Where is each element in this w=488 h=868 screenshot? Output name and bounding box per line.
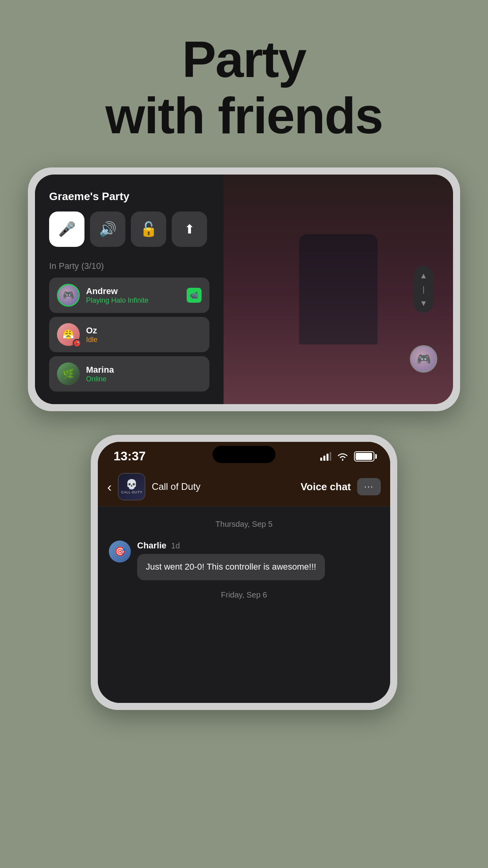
volume-control: ▲ | ▼: [414, 266, 433, 313]
speaker-icon: 🔊: [99, 221, 117, 237]
voice-chat-button[interactable]: Voice chat: [301, 481, 351, 493]
svg-rect-2: [327, 454, 328, 461]
ellipsis-icon: ···: [364, 482, 374, 492]
party-controls: 🎤 🔊 🔓 ⬆: [49, 211, 209, 247]
status-icons: [320, 451, 374, 462]
side-avatar-img: 🎮: [416, 352, 431, 366]
date-divider-2: Friday, Sep 6: [109, 590, 379, 600]
party-members-list: 🎮 Andrew Playing Halo Infinite 📹 😤: [49, 278, 209, 392]
avatar-andrew: 🎮: [57, 284, 80, 307]
member-info-marina: Marina Online: [86, 365, 114, 383]
avatar-marina: 🌿: [57, 362, 80, 385]
member-status-andrew: Playing Halo Infinite: [86, 296, 149, 305]
game-icon: 💀 CALL·DUTY: [118, 473, 145, 500]
member-name-marina: Marina: [86, 365, 114, 375]
member-status-oz: Idle: [86, 336, 97, 344]
phone-inner: 13:37: [98, 442, 390, 703]
signal-bars-icon: [320, 452, 331, 461]
chat-meta-charlie: Charlie 1d: [137, 541, 379, 551]
more-options-button[interactable]: ···: [357, 478, 381, 495]
svg-rect-1: [323, 456, 325, 461]
chat-bubble-wrap-charlie: Charlie 1d Just went 20-0! This controll…: [137, 541, 379, 580]
avatar-marina-img: 🌿: [62, 368, 74, 379]
charlie-avatar-img: 🎯: [115, 546, 125, 557]
date-divider-1: Thursday, Sep 5: [109, 520, 379, 529]
phone-section: 13:37: [91, 435, 397, 710]
member-row-marina[interactable]: 🌿 Marina Online: [49, 356, 209, 392]
game-icon-inner: 💀 CALL·DUTY: [119, 474, 145, 500]
svg-rect-0: [320, 458, 322, 461]
chat-body: Thursday, Sep 5 🎯 Charlie 1d Just went 2…: [98, 506, 390, 703]
avatar-andrew-img: 🎮: [62, 290, 74, 301]
hero-line1: Party: [105, 31, 382, 88]
status-time: 13:37: [114, 449, 146, 463]
avatar-oz-img: 😤: [62, 329, 74, 340]
member-info-oz: Oz Idle: [86, 326, 97, 344]
mute-icon: 🎤: [75, 341, 79, 345]
svg-rect-3: [330, 452, 331, 461]
volume-bar: |: [422, 285, 424, 294]
side-avatar: 🎮: [410, 345, 437, 373]
chat-username-charlie: Charlie: [137, 541, 167, 551]
mic-icon: 🎤: [58, 221, 76, 237]
party-title: Graeme's Party: [49, 190, 209, 203]
chat-time-charlie: 1d: [171, 541, 180, 550]
avatar-oz: 😤 🎤: [57, 323, 80, 346]
lock-icon: 🔓: [140, 221, 158, 237]
chat-message-charlie: 🎯 Charlie 1d Just went 20-0! This contro…: [109, 541, 379, 580]
member-name-andrew: Andrew: [86, 286, 149, 296]
game-logo-icon: 💀: [126, 479, 138, 490]
wifi-icon: [337, 452, 349, 461]
in-party-label: In Party (3/10): [49, 261, 209, 271]
share-button[interactable]: ⬆: [172, 211, 207, 247]
share-icon: ⬆: [184, 222, 195, 237]
member-name-oz: Oz: [86, 326, 97, 336]
volume-down-icon: ▼: [420, 299, 427, 308]
tablet-right-panel: ▲ | ▼ 🎮: [224, 175, 453, 404]
battery-icon: [354, 451, 374, 462]
chat-avatar-charlie: 🎯: [109, 541, 131, 563]
tablet-inner: Graeme's Party 🎤 🔊 🔓 ⬆ In Party (3/10): [35, 175, 453, 404]
speaker-button[interactable]: 🔊: [90, 211, 125, 247]
video-icon-andrew: 📹: [187, 288, 202, 303]
status-bar: 13:37: [98, 442, 390, 467]
member-status-marina: Online: [86, 375, 114, 383]
member-row-andrew[interactable]: 🎮 Andrew Playing Halo Infinite 📹: [49, 278, 209, 313]
volume-up-icon: ▲: [420, 271, 427, 280]
chat-bubble-charlie: Just went 20-0! This controller is aweso…: [137, 554, 325, 580]
member-row-oz[interactable]: 😤 🎤 Oz Idle: [49, 317, 209, 352]
battery-fill: [356, 453, 372, 460]
tablet-mockup: Graeme's Party 🎤 🔊 🔓 ⬆ In Party (3/10): [28, 167, 460, 411]
phone-mockup: 13:37: [91, 435, 397, 710]
member-info-andrew: Andrew Playing Halo Infinite: [86, 286, 149, 305]
dynamic-island: [213, 446, 275, 463]
game-abbr-text: CALL·DUTY: [121, 491, 142, 495]
lock-button[interactable]: 🔓: [131, 211, 166, 247]
chat-header: ‹ 💀 CALL·DUTY Call of Duty Voice chat ··…: [98, 467, 390, 506]
tablet-left-panel: Graeme's Party 🎤 🔊 🔓 ⬆ In Party (3/10): [35, 175, 224, 404]
back-button[interactable]: ‹: [107, 479, 112, 495]
hero-title: Party with friends: [105, 31, 382, 144]
hero-line2: with friends: [105, 88, 382, 144]
game-name-label: Call of Duty: [152, 481, 294, 492]
mute-indicator-oz: 🎤: [73, 339, 81, 348]
video-camera-icon: 📹: [190, 291, 198, 300]
mic-button[interactable]: 🎤: [49, 211, 84, 247]
